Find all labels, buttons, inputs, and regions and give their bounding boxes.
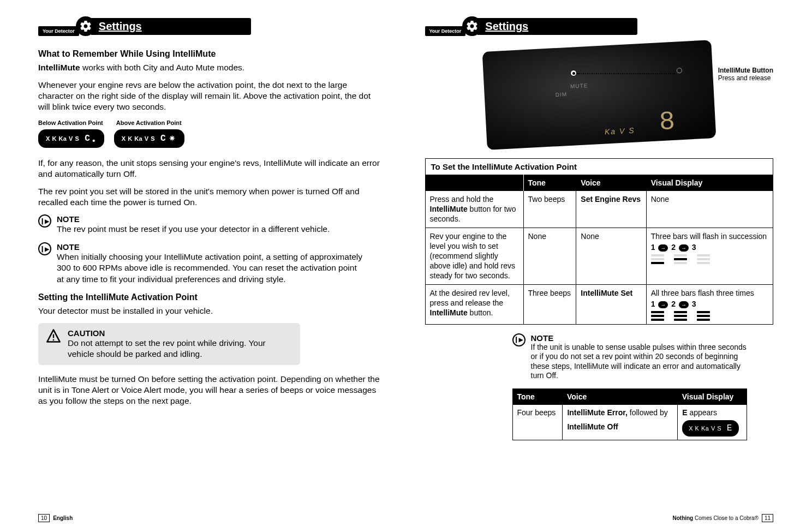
table-row: At the desired rev level, press and rele… <box>425 284 773 324</box>
dot-blink-icon: ✷ <box>169 134 176 142</box>
turned-on-para: IntelliMute must be turned On before set… <box>38 374 381 407</box>
error-display-pill: X K Ka V S E <box>682 420 739 437</box>
below-ap-label: Below Activation Point <box>38 119 103 126</box>
note-1: ❙▶ NOTE The rev point must be reset if y… <box>38 214 381 235</box>
intellimute-button-marker <box>676 68 682 74</box>
intellimute-button-callout: IntelliMute Button Press and release <box>718 67 773 82</box>
footer-left: 10 English <box>38 514 73 522</box>
table-row: Four beeps IntelliMute Error, followed b… <box>512 404 747 440</box>
page-number: 10 <box>38 514 50 522</box>
setting-ap-body: Your detector must be installed in your … <box>38 306 381 316</box>
your-detector-label: Your Detector <box>425 26 466 36</box>
note-right: ❙▶ NOTE If the unit is unable to sense u… <box>512 333 747 381</box>
th-tone: Tone <box>523 175 576 191</box>
bars-succession-icon <box>651 254 768 264</box>
settings-title: Settings <box>477 18 637 35</box>
above-ap-display: X K Ka V S C ✷ <box>114 129 184 148</box>
gear-icon <box>76 16 95 36</box>
header-tab-right: Your Detector Settings <box>425 16 638 36</box>
info-icon: ❙▶ <box>38 214 51 228</box>
above-ap-label: Above Activation Point <box>116 119 182 126</box>
th-visual: Visual Display <box>646 175 773 191</box>
header-tab-left: Your Detector Settings <box>38 16 251 36</box>
info-icon: ❙▶ <box>38 242 51 255</box>
settings-title: Settings <box>91 18 251 35</box>
callout-target-icon <box>570 70 577 76</box>
mute-label: MUTE <box>570 82 588 89</box>
th-voice: Voice <box>563 388 678 404</box>
caution-icon <box>46 328 61 344</box>
below-ap-display: X K Ka V S C • <box>38 129 104 148</box>
device-seg-char: 8 <box>658 109 675 135</box>
bars-all-flash-icon <box>651 311 768 321</box>
table-row: Press and hold the IntelliMute button fo… <box>425 191 773 228</box>
callout-line <box>577 73 675 74</box>
gear-icon <box>462 16 482 36</box>
th-tone: Tone <box>512 388 563 404</box>
device-image: DIM MUTE Ka V S 8 <box>482 40 716 150</box>
intellimute-intro: IntelliMute works with both City and Aut… <box>38 62 381 73</box>
table-row: Rev your engine to the level you wish to… <box>425 228 773 284</box>
page-number: 11 <box>762 514 773 522</box>
setting-ap-heading: Setting the IntelliMute Activation Point <box>38 292 381 302</box>
svg-rect-0 <box>53 334 54 338</box>
dim-label: DIM <box>555 91 567 98</box>
caution-box: CAUTION Do not attempt to set the rev po… <box>38 323 300 365</box>
memory-para: The rev point you set will be stored in … <box>38 186 381 208</box>
info-icon: ❙▶ <box>512 333 526 346</box>
your-detector-label: Your Detector <box>38 26 79 36</box>
th-voice: Voice <box>576 175 646 191</box>
error-para: If, for any reason, the unit stops sensi… <box>38 158 381 180</box>
set-ap-header: To Set the IntelliMute Activation Point <box>425 158 774 175</box>
note-2: ❙▶ NOTE When initially choosing your Int… <box>38 242 381 284</box>
error-table: Tone Voice Visual Display Four beeps Int… <box>512 388 747 440</box>
what-to-remember-heading: What to Remember While Using IntelliMute <box>38 49 381 59</box>
th-visual: Visual Display <box>678 388 747 404</box>
svg-rect-1 <box>53 339 54 340</box>
activation-point-para: Whenever your engine revs are below the … <box>38 80 381 112</box>
footer-right: Nothing Comes Close to a Cobra® 11 <box>672 514 773 522</box>
device-diagram: DIM MUTE Ka V S 8 IntelliMute Button Pre… <box>425 46 774 155</box>
device-band-text: Ka V S <box>604 126 635 136</box>
procedure-table: Tone Voice Visual Display Press and hold… <box>425 175 774 325</box>
